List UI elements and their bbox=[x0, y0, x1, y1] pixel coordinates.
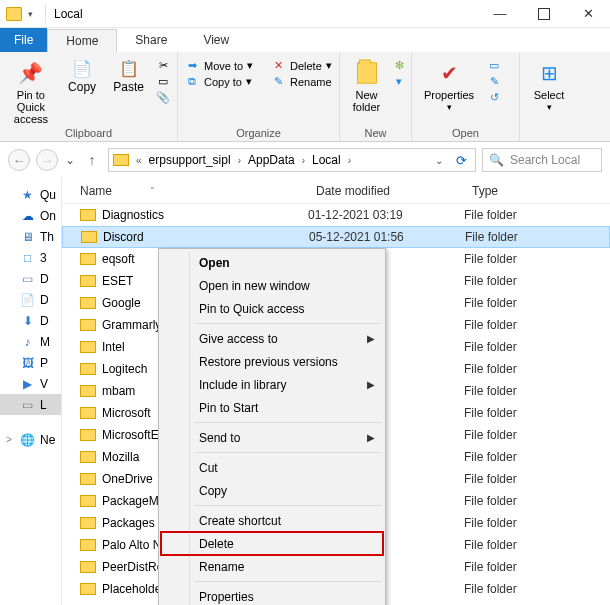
folder-icon bbox=[80, 495, 96, 507]
copy-icon: 📄 bbox=[71, 57, 93, 79]
copy-button[interactable]: 📄 Copy bbox=[62, 55, 103, 94]
menu-item[interactable]: Send to▶ bbox=[161, 426, 383, 449]
recent-locations-button[interactable]: ⌄ bbox=[64, 153, 76, 167]
history-icon: ↺ bbox=[486, 91, 502, 104]
up-button[interactable]: ↑ bbox=[82, 150, 102, 170]
sidebar-item[interactable]: □3 bbox=[0, 247, 61, 268]
menu-item-label: Copy bbox=[199, 484, 227, 498]
pin-to-quick-access-button[interactable]: 📌 Pin to Quick access bbox=[6, 55, 56, 125]
close-button[interactable]: ✕ bbox=[566, 0, 610, 28]
file-type: File folder bbox=[464, 362, 610, 376]
menu-item[interactable]: Rename bbox=[161, 555, 383, 578]
sidebar-label: 3 bbox=[40, 251, 47, 265]
menu-item[interactable]: Pin to Quick access bbox=[161, 297, 383, 320]
easy-access-button[interactable]: ▾ bbox=[393, 75, 405, 88]
breadcrumb-dropdown[interactable]: ⌄ bbox=[430, 155, 448, 166]
sidebar-item bbox=[0, 415, 61, 429]
cut-icon: ✂ bbox=[155, 59, 171, 72]
sidebar-item[interactable]: 📄D bbox=[0, 289, 61, 310]
sidebar-item[interactable]: ▭D bbox=[0, 268, 61, 289]
menu-separator bbox=[195, 422, 381, 423]
properties-icon: ✔ bbox=[435, 59, 463, 87]
cut-button[interactable]: ✂ bbox=[155, 59, 171, 72]
sidebar-icon: □ bbox=[20, 250, 35, 265]
forward-button[interactable]: → bbox=[36, 149, 58, 171]
menu-item[interactable]: Cut bbox=[161, 456, 383, 479]
search-input[interactable]: 🔍 Search Local bbox=[482, 148, 602, 172]
column-name[interactable]: Name˄ bbox=[62, 184, 308, 198]
folder-icon bbox=[80, 429, 96, 441]
menu-item[interactable]: Open bbox=[161, 251, 383, 274]
menu-item[interactable]: Delete bbox=[161, 532, 383, 555]
sidebar-item[interactable]: ☁On bbox=[0, 205, 61, 226]
sidebar-item[interactable]: 🖥Th bbox=[0, 226, 61, 247]
copy-to-button[interactable]: ⧉Copy to ▾ bbox=[184, 75, 264, 88]
sidebar-item[interactable]: >🌐Ne bbox=[0, 429, 61, 450]
table-row[interactable]: Discord05-12-2021 01:56File folder bbox=[62, 226, 610, 248]
menu-item[interactable]: Properties bbox=[161, 585, 383, 605]
tab-home[interactable]: Home bbox=[47, 29, 117, 53]
menu-item-label: Send to bbox=[199, 431, 240, 445]
properties-button[interactable]: ✔ Properties ▾ bbox=[418, 55, 480, 113]
tab-file[interactable]: File bbox=[0, 28, 47, 52]
rename-button[interactable]: ✎Rename bbox=[270, 75, 332, 88]
new-folder-button[interactable]: New folder bbox=[346, 55, 387, 113]
delete-icon: ✕ bbox=[270, 59, 286, 72]
search-icon: 🔍 bbox=[489, 153, 504, 167]
menu-item[interactable]: Restore previous versions bbox=[161, 350, 383, 373]
folder-icon bbox=[80, 275, 96, 287]
paste-button[interactable]: 📋 Paste bbox=[108, 55, 149, 94]
menu-item-label: Create shortcut bbox=[199, 514, 281, 528]
menu-separator bbox=[195, 581, 381, 582]
edit-button[interactable]: ✎ bbox=[486, 75, 502, 88]
sidebar-icon: ⬇ bbox=[20, 313, 35, 328]
menu-item[interactable]: Give access to▶ bbox=[161, 327, 383, 350]
file-type: File folder bbox=[464, 582, 610, 596]
select-icon: ⊞ bbox=[535, 59, 563, 87]
breadcrumb[interactable]: « erpsupport_sipl› AppData› Local› ⌄ ⟳ bbox=[108, 148, 476, 172]
sort-indicator-icon: ˄ bbox=[150, 186, 155, 196]
paste-shortcut-button[interactable]: 📎 bbox=[155, 91, 171, 104]
delete-button[interactable]: ✕Delete ▾ bbox=[270, 59, 332, 72]
copy-path-icon: ▭ bbox=[155, 75, 171, 88]
sidebar-item[interactable]: 🖼P bbox=[0, 352, 61, 373]
minimize-button[interactable]: — bbox=[478, 0, 522, 28]
copy-path-button[interactable]: ▭ bbox=[155, 75, 171, 88]
qat-overflow-icon[interactable]: ▾ bbox=[28, 9, 33, 19]
menu-item[interactable]: Copy bbox=[161, 479, 383, 502]
move-to-icon: ➡ bbox=[184, 59, 200, 72]
file-type: File folder bbox=[464, 318, 610, 332]
select-button[interactable]: ⊞ Select ▾ bbox=[526, 55, 572, 113]
new-item-button[interactable]: ❇ bbox=[393, 59, 405, 72]
back-button[interactable]: ← bbox=[8, 149, 30, 171]
sidebar-label: L bbox=[40, 398, 47, 412]
breadcrumb-overflow[interactable]: « bbox=[131, 155, 147, 166]
sidebar-item[interactable]: ⬇D bbox=[0, 310, 61, 331]
open-button[interactable]: ▭ bbox=[486, 59, 502, 72]
sidebar-item[interactable]: ▶V bbox=[0, 373, 61, 394]
sidebar-item[interactable]: ▭L bbox=[0, 394, 61, 415]
maximize-button[interactable] bbox=[522, 0, 566, 28]
breadcrumb-item[interactable]: erpsupport_sipl bbox=[149, 153, 231, 167]
sidebar-label: On bbox=[40, 209, 56, 223]
column-type[interactable]: Type bbox=[464, 184, 610, 198]
move-to-button[interactable]: ➡Move to ▾ bbox=[184, 59, 264, 72]
menu-item[interactable]: Create shortcut bbox=[161, 509, 383, 532]
sidebar-item[interactable]: ♪M bbox=[0, 331, 61, 352]
menu-separator bbox=[195, 452, 381, 453]
table-row[interactable]: Diagnostics01-12-2021 03:19File folder bbox=[62, 204, 610, 226]
paste-shortcut-icon: 📎 bbox=[155, 91, 171, 104]
history-button[interactable]: ↺ bbox=[486, 91, 502, 104]
sidebar-item[interactable]: ★Qu bbox=[0, 184, 61, 205]
breadcrumb-item[interactable]: AppData bbox=[248, 153, 295, 167]
tab-share[interactable]: Share bbox=[117, 28, 185, 52]
menu-item[interactable]: Include in library▶ bbox=[161, 373, 383, 396]
tab-view[interactable]: View bbox=[185, 28, 247, 52]
menu-item[interactable]: Open in new window bbox=[161, 274, 383, 297]
breadcrumb-folder-icon bbox=[113, 154, 129, 166]
refresh-button[interactable]: ⟳ bbox=[456, 153, 467, 168]
breadcrumb-item[interactable]: Local bbox=[312, 153, 341, 167]
column-date[interactable]: Date modified bbox=[308, 184, 464, 198]
menu-item[interactable]: Pin to Start bbox=[161, 396, 383, 419]
menu-item-label: Include in library bbox=[199, 378, 286, 392]
